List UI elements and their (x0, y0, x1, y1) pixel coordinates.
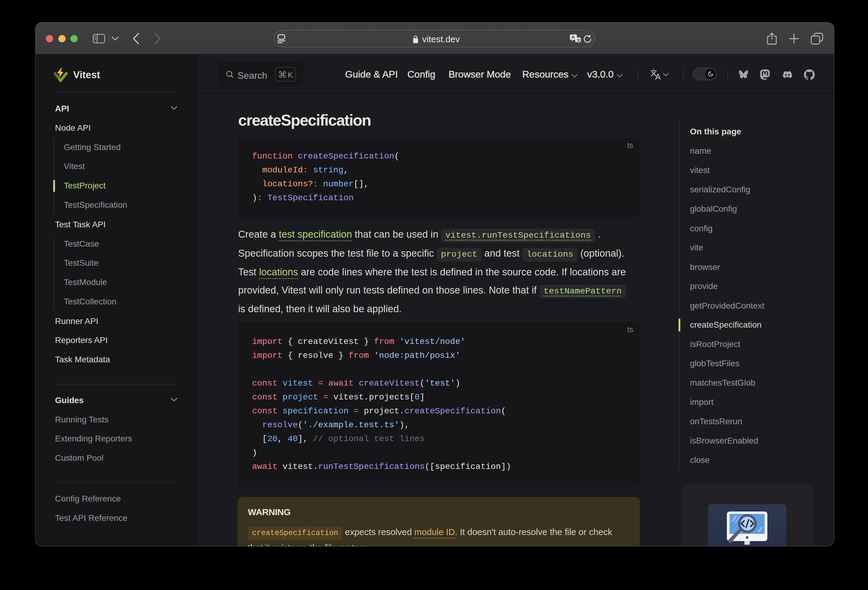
svg-text:A: A (571, 34, 575, 40)
svg-text:文: 文 (577, 38, 580, 43)
